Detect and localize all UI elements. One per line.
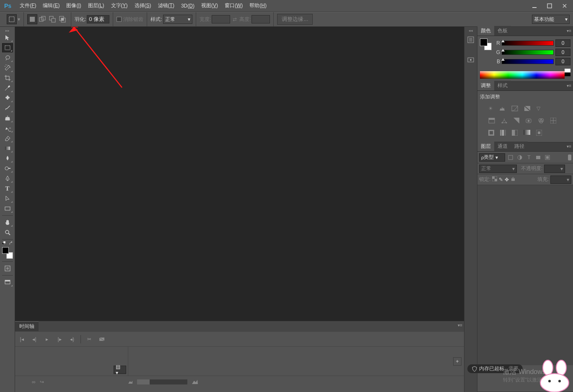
timeline-first-frame-button[interactable]: |◂ [18, 335, 26, 343]
timeline-next-frame-button[interactable]: |▸ [55, 335, 64, 343]
g-slider[interactable] [502, 50, 554, 55]
menu-layer[interactable]: 图层(L) [85, 0, 108, 11]
history-panel-icon[interactable] [465, 34, 476, 45]
threshold-icon[interactable] [512, 130, 518, 137]
menu-window[interactable]: 窗口(W) [221, 0, 246, 11]
menu-file[interactable]: 文件(F) [16, 0, 39, 11]
brightness-contrast-icon[interactable]: ☀ [488, 106, 493, 113]
foreground-color-swatch[interactable] [2, 247, 9, 254]
swap-default-colors[interactable] [2, 241, 13, 246]
hue-sat-icon[interactable] [488, 118, 495, 125]
blend-mode-dropdown[interactable]: 正常▾ [479, 165, 517, 173]
b-slider[interactable] [502, 59, 554, 64]
fill-input[interactable]: ▾ [550, 175, 571, 184]
dropdown-arrow-icon[interactable]: ▾ [18, 16, 20, 22]
color-tab[interactable]: 颜色 [477, 26, 494, 36]
selection-new-button[interactable] [27, 14, 37, 24]
selection-subtract-button[interactable] [47, 14, 57, 24]
adjustments-tab[interactable]: 调整 [477, 81, 494, 90]
menu-image[interactable]: 图像(I) [63, 0, 84, 11]
menu-help[interactable]: 帮助(H) [246, 0, 270, 11]
gradient-tool[interactable] [2, 144, 13, 153]
timeline-zoom-slider[interactable] [137, 379, 187, 384]
selection-intersect-button[interactable] [57, 14, 67, 24]
rectangle-tool[interactable] [2, 204, 13, 213]
window-close-button[interactable] [558, 2, 571, 10]
timeline-add-media-button[interactable]: + [453, 357, 462, 366]
selection-add-button[interactable] [37, 14, 47, 24]
current-tool-preset[interactable] [7, 14, 17, 24]
swatches-tab[interactable]: 色板 [494, 26, 511, 36]
lock-position-icon[interactable]: ✥ [505, 177, 509, 183]
canvas-panel[interactable] [15, 27, 464, 321]
styles-tab[interactable]: 样式 [494, 81, 511, 90]
lock-transparency-icon[interactable] [492, 176, 497, 183]
properties-panel-icon[interactable] [465, 54, 476, 65]
layer-filter-type-dropdown[interactable]: ρ 类型▾ [479, 153, 505, 162]
r-value[interactable]: 0 [555, 39, 570, 47]
filter-adjustment-icon[interactable] [516, 154, 524, 161]
channels-tab[interactable]: 通道 [494, 142, 511, 151]
window-maximize-button[interactable] [543, 2, 556, 10]
zoom-in-mountain-icon[interactable] [192, 379, 198, 384]
lock-all-icon[interactable] [511, 176, 516, 183]
photo-filter-icon[interactable] [525, 118, 532, 125]
timeline-transition-button[interactable] [98, 335, 106, 343]
panel-fg-swatch[interactable] [480, 39, 487, 46]
pen-tool[interactable] [2, 174, 13, 183]
levels-icon[interactable] [499, 106, 506, 113]
style-dropdown[interactable]: 正常 ▾ [163, 15, 192, 24]
eyedropper-tool[interactable] [2, 83, 13, 93]
layers-tab[interactable]: 图层 [477, 142, 494, 151]
invert-icon[interactable] [488, 130, 494, 137]
gradient-map-icon[interactable] [524, 130, 530, 137]
color-swatches[interactable] [2, 247, 13, 259]
timeline-play-button[interactable]: ▸ [43, 335, 51, 343]
r-slider[interactable] [502, 41, 554, 46]
lasso-tool[interactable] [2, 53, 13, 62]
color-balance-icon[interactable] [501, 118, 508, 125]
spot-healing-brush-tool[interactable] [2, 93, 13, 103]
zoom-tool[interactable] [2, 228, 13, 237]
menu-view[interactable]: 视图(V) [198, 0, 221, 11]
type-tool[interactable]: T [2, 184, 13, 193]
black-white-icon[interactable] [513, 118, 519, 125]
g-value[interactable]: 0 [555, 49, 570, 56]
lock-image-icon[interactable]: ✎ [499, 177, 503, 183]
move-tool[interactable] [2, 33, 13, 42]
dodge-tool[interactable] [2, 164, 13, 173]
crop-tool[interactable] [2, 73, 13, 83]
dock-expand-handle[interactable]: ◂◂ [464, 28, 477, 33]
vibrance-icon[interactable]: ▽ [537, 106, 540, 113]
timeline-audio-button[interactable]: ◂) [68, 335, 76, 343]
path-selection-tool[interactable] [2, 194, 13, 203]
timeline-split-button[interactable]: ✂ [85, 335, 93, 343]
layers-list[interactable] [477, 185, 573, 365]
blur-tool[interactable] [2, 154, 13, 163]
antialias-checkbox[interactable] [117, 17, 122, 22]
color-spectrum[interactable] [480, 71, 565, 79]
filter-smart-icon[interactable] [544, 154, 551, 161]
paths-tab[interactable]: 路径 [511, 142, 528, 151]
timeline-tab[interactable]: 时间轴 [15, 321, 39, 331]
selective-color-icon[interactable] [536, 130, 542, 137]
swap-icon[interactable]: ⇄ [233, 16, 237, 22]
filter-pixel-icon[interactable] [507, 154, 514, 161]
history-brush-tool[interactable] [2, 124, 13, 133]
eraser-tool[interactable] [2, 134, 13, 143]
exposure-icon[interactable] [524, 106, 531, 113]
workspace-dropdown[interactable]: 基本功能 ▾ [532, 15, 570, 24]
layers-panel-menu-icon[interactable]: ▾≡ [567, 144, 571, 149]
color-panel-swatches[interactable] [480, 39, 492, 50]
b-value[interactable]: 0 [555, 58, 570, 65]
curves-icon[interactable] [511, 106, 518, 113]
zoom-out-mountain-icon[interactable] [128, 380, 133, 384]
timeline-track-options[interactable]: ▤ ▾ [114, 366, 126, 374]
posterize-icon[interactable] [500, 130, 506, 137]
bw-caps[interactable] [565, 69, 570, 79]
refine-edge-button[interactable]: 调整边缘... [277, 14, 313, 25]
filter-shape-icon[interactable] [534, 154, 542, 161]
color-panel-menu-icon[interactable]: ▾≡ [567, 28, 571, 33]
timeline-prev-frame-button[interactable]: ◂| [30, 335, 39, 343]
timeline-track-area[interactable]: + [128, 347, 464, 376]
